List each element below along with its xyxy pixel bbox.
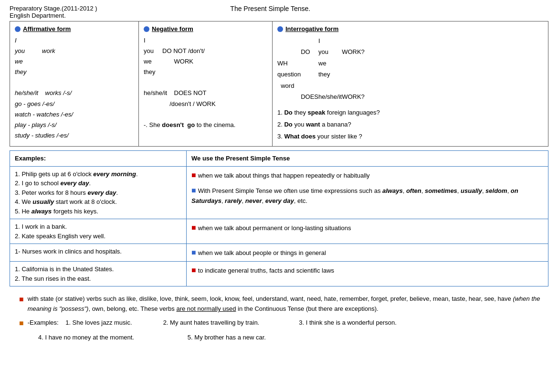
use-row-1-right: ■when we talk about things that happen r…: [187, 166, 548, 219]
interrog-cell20: [342, 80, 365, 91]
interrogative-title-text: Interrogative form: [285, 25, 338, 32]
dept-label: English Department.: [10, 12, 97, 19]
interrog-cell9: WH: [277, 58, 301, 69]
use-row-4-right: ■to indicate general truths, facts and s…: [187, 262, 548, 286]
interrog-row5: word: [277, 80, 365, 91]
interrog-cell11: we: [318, 58, 342, 69]
use-row-4: 1. California is in the Unated States. 2…: [10, 262, 548, 286]
blue-bullet-icon-3: ■: [191, 248, 196, 256]
bottom-ex4: 4. I have no money at the moment.: [38, 334, 134, 341]
title-label: The Present Simple Tense.: [97, 5, 443, 19]
interrog-cell12: [342, 58, 365, 69]
interrog-sent2: 2. Do you want a banana?: [277, 119, 543, 131]
interrog-cell5: [277, 46, 301, 57]
neg-line4: they: [144, 67, 267, 77]
affirmative-box: Affirmative form I you work we they he/s…: [10, 21, 139, 146]
neg-line7: -. She doesn't go to the cinema.: [144, 120, 267, 130]
aff-line9: study - studies /-es/: [15, 130, 134, 141]
examples-header-left: Examples:: [10, 151, 187, 167]
neg-line1: I: [144, 35, 267, 46]
examples-header-right: We use the Present Simple Tense: [187, 151, 548, 167]
header: Preparatory Stage.(2011-2012 ) English D…: [10, 5, 548, 19]
use-row-2-right: ■when we talk about permanent or long-la…: [187, 219, 548, 244]
interrog-cell7: you: [318, 46, 342, 57]
interrogative-bullet: [277, 26, 283, 32]
interrog-cell3: I: [318, 35, 342, 46]
interrog-row4: question they: [277, 69, 365, 80]
affirmative-title-text: Affirmative form: [23, 25, 71, 32]
bottom-ex1: 1. She loves jazz music.: [65, 319, 132, 326]
bottom-examples-text: -Examples: 1. She loves jazz music. 2. M…: [28, 318, 397, 328]
interrog-cell6: DO: [301, 46, 318, 57]
negative-box: Negative form I you DO NOT /don't/ we WO…: [139, 21, 273, 146]
negative-title: Negative form: [144, 25, 267, 32]
use-row-3-right: ■when we talk about people or things in …: [187, 244, 548, 262]
header-left: Preparatory Stage.(2011-2012 ) English D…: [10, 5, 97, 19]
interrog-cell2: [301, 35, 318, 46]
neg-line2: you DO NOT /don't/: [144, 46, 267, 56]
use-row-3-left: 1- Nurses work in clinics and hospitals.: [10, 244, 187, 262]
negative-content: I you DO NOT /don't/ we WORK they he/she…: [144, 35, 267, 130]
forms-container: Affirmative form I you work we they he/s…: [10, 21, 548, 147]
bottom-ex2: 2. My aunt hates travelling by train.: [163, 319, 260, 326]
use-row-2: 1. I work in a bank. 2. Kate speaks Engl…: [10, 219, 548, 244]
interrog-sent3: 3. What does your sister like ?: [277, 131, 543, 143]
interrog-row3: WH we: [277, 58, 365, 69]
interrog-row2: DO you WORK?: [277, 46, 365, 57]
red-bullet-icon: ■: [191, 171, 196, 179]
bottom-ex4-row: 4. I have no money at the moment. 5. My …: [38, 332, 548, 343]
interrog-cell21: [277, 91, 301, 102]
interrog-sent1: 1. Do they speak foreign languages?: [277, 107, 543, 119]
bottom-examples-item: ■ -Examples: 1. She loves jazz music. 2.…: [19, 318, 548, 328]
aff-line1: I: [15, 35, 134, 46]
interrog-cell14: [301, 69, 318, 80]
bottom-section: ■ with state (or stative) verbs such as …: [10, 294, 548, 343]
interrog-cell24: WORK?: [342, 91, 365, 102]
use-row-1-right-line1: ■when we talk about things that happen r…: [191, 170, 543, 181]
affirmative-title: Affirmative form: [15, 25, 134, 32]
red-bullet-icon-2: ■: [191, 223, 196, 232]
examples-table: Examples: We use the Present Simple Tens…: [10, 150, 548, 286]
negative-bullet: [144, 26, 149, 32]
use-row-4-left: 1. California is in the Unated States. 2…: [10, 262, 187, 286]
examples-header-row: Examples: We use the Present Simple Tens…: [10, 151, 548, 167]
use-row-1-right-line2: ■With Present Simple Tense we often use …: [191, 185, 543, 206]
examples-label: -Examples:: [28, 319, 59, 326]
interrog-cell22: DOES: [301, 91, 318, 102]
interrog-cell15: they: [318, 69, 342, 80]
aff-line7: watch - watches /-es/: [15, 109, 134, 120]
blue-bullet-icon: ■: [191, 186, 196, 194]
not-normally-text: are not normally used: [176, 305, 236, 312]
interrog-cell19: [318, 80, 342, 91]
use-row-1-left: 1. Philip gets up at 6 o'clock every mor…: [10, 166, 187, 219]
interrogative-content: I DO you WORK? WH we question: [277, 35, 543, 142]
orange-flag-icon: ■: [19, 319, 24, 328]
aff-line6: go - goes /-es/: [15, 99, 134, 109]
use-row-3: 1- Nurses work in clinics and hospitals.…: [10, 244, 548, 262]
interrog-sentences: 1. Do they speak foreign languages? 2. D…: [277, 107, 543, 142]
interrog-cell17: word: [277, 80, 301, 91]
neg-spacer2: [144, 109, 267, 120]
aff-line3: we: [15, 56, 134, 67]
neg-line5: he/she/it DOES NOT: [144, 88, 267, 98]
interrog-row1: I: [277, 35, 365, 46]
interrog-row6: DOES he/she/it WORK?: [277, 91, 365, 102]
interrog-cell8: WORK?: [342, 46, 365, 57]
use-row-2-left: 1. I work in a bank. 2. Kate speaks Engl…: [10, 219, 187, 244]
interrogative-box: Interrogative form I DO you WORK? WH: [273, 21, 548, 146]
stage-label: Preparatory Stage.(2011-2012 ): [10, 5, 97, 12]
affirmative-bullet: [15, 26, 21, 32]
neg-line6: /doesn't / WORK: [144, 99, 267, 109]
bottom-stative-text: with state (or stative) verbs such as li…: [28, 294, 548, 314]
aff-line2: you work: [15, 46, 134, 56]
bottom-ex5: 5. My brother has a new car.: [188, 334, 266, 341]
red-bullet-icon-4: ■: [191, 266, 196, 274]
interrogative-title: Interrogative form: [277, 25, 543, 32]
interrog-cell18: [301, 80, 318, 91]
aff-line4: they: [15, 67, 134, 77]
bottom-ex3: 3. I think she is a wonderful person.: [299, 319, 397, 326]
neg-line3: we WORK: [144, 56, 267, 67]
interrog-cell4: [342, 35, 365, 46]
use-row-1: 1. Philip gets up at 6 o'clock every mor…: [10, 166, 548, 219]
interrog-cell13: question: [277, 69, 301, 80]
